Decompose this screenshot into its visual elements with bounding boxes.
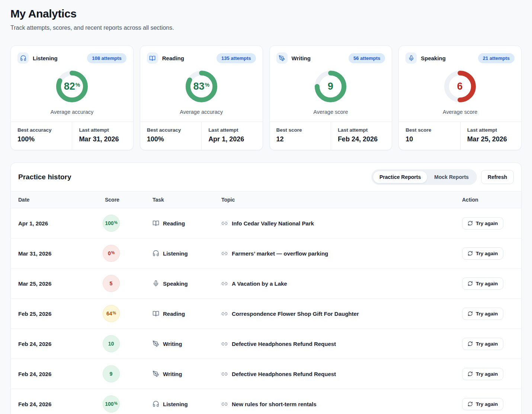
- practice-history-panel: Practice history Practice Reports Mock R…: [10, 163, 522, 414]
- row-topic-link[interactable]: A Vacation by a Lake: [221, 280, 462, 287]
- row-date: Feb 25, 2026: [18, 311, 105, 317]
- speaking-card: Speaking 21 attempts 6 Average score Bes…: [398, 45, 522, 150]
- score-badge: 100%: [103, 215, 120, 232]
- score-badge: 100%: [103, 395, 120, 413]
- refresh-button[interactable]: Refresh: [481, 170, 514, 184]
- link-icon: [221, 250, 228, 257]
- average-score-donut: 6: [442, 69, 478, 104]
- best-stat: Best score 12: [270, 122, 331, 150]
- donut-caption: Average score: [313, 109, 348, 115]
- table-row: Apr 1, 2026 100% Reading Info Cedar Vall…: [11, 208, 521, 238]
- link-icon: [221, 220, 228, 227]
- row-topic-link[interactable]: Farmers’ market — overflow parking: [221, 250, 462, 257]
- table-header: Date Score Task Topic Action: [11, 191, 521, 208]
- tab-mock-reports[interactable]: Mock Reports: [427, 171, 475, 183]
- table-row: Mar 25, 2026 5 Speaking A Vacation by a …: [11, 269, 521, 299]
- refresh-icon: [468, 401, 473, 407]
- try-again-button[interactable]: Try again: [462, 368, 503, 380]
- refresh-icon: [468, 251, 473, 256]
- score-badge: 9: [103, 365, 120, 382]
- link-icon: [221, 401, 228, 407]
- pen-icon: [276, 52, 288, 64]
- table-row: Feb 24, 2026 10 Writing Defective Headph…: [11, 329, 521, 359]
- score-badge: 0%: [103, 245, 120, 262]
- try-again-button[interactable]: Try again: [462, 398, 503, 410]
- row-topic-link[interactable]: Defective Headphones Refund Request: [221, 341, 462, 347]
- last-attempt-stat: Last attempt Apr 1, 2026: [201, 122, 262, 150]
- table-row: Feb 24, 2026 100% Listening New rules fo…: [11, 389, 521, 414]
- refresh-icon: [468, 311, 473, 316]
- try-again-button[interactable]: Try again: [462, 277, 503, 290]
- card-title: Speaking: [421, 55, 446, 61]
- last-attempt-stat: Last attempt Feb 24, 2026: [331, 122, 392, 150]
- donut-value: 9: [313, 69, 348, 104]
- report-tabs: Practice Reports Mock Reports: [371, 169, 477, 185]
- row-task: Listening: [153, 250, 221, 257]
- best-stat: Best accuracy 100%: [140, 122, 201, 150]
- col-action: Action: [462, 197, 514, 203]
- book-icon: [153, 310, 159, 317]
- card-title: Listening: [33, 55, 58, 61]
- link-icon: [221, 280, 228, 287]
- col-topic: Topic: [221, 197, 462, 203]
- writing-card: Writing 56 attempts 9 Average score Best…: [269, 45, 392, 150]
- tab-practice-reports[interactable]: Practice Reports: [373, 171, 427, 183]
- row-date: Apr 1, 2026: [18, 220, 105, 227]
- attempts-badge: 21 attempts: [478, 53, 515, 63]
- card-title: Reading: [162, 55, 184, 61]
- last-attempt-stat: Last attempt Mar 25, 2026: [460, 122, 521, 150]
- table-row: Feb 25, 2026 64% Reading Correspondence …: [11, 299, 521, 329]
- summary-cards: Listening 108 attempts 82% Average accur…: [10, 45, 522, 150]
- try-again-button[interactable]: Try again: [462, 308, 503, 320]
- page-title: My Analytics: [10, 7, 522, 20]
- headphones-icon: [153, 401, 159, 407]
- row-task: Writing: [153, 370, 221, 377]
- link-icon: [221, 311, 228, 317]
- row-task: Speaking: [153, 280, 221, 287]
- col-score: Score: [105, 197, 153, 203]
- try-again-button[interactable]: Try again: [462, 217, 503, 230]
- donut-caption: Average accuracy: [180, 109, 223, 115]
- listening-card: Listening 108 attempts 82% Average accur…: [10, 45, 134, 150]
- practice-history-title: Practice history: [18, 173, 71, 181]
- page-subtitle: Track attempts, scores, and recent repor…: [10, 25, 522, 31]
- refresh-icon: [468, 341, 473, 346]
- row-task: Listening: [153, 401, 221, 407]
- row-date: Mar 31, 2026: [18, 250, 105, 257]
- row-topic-link[interactable]: New rules for short-term rentals: [221, 401, 462, 407]
- row-topic-link[interactable]: Defective Headphones Refund Request: [221, 371, 462, 377]
- book-icon: [147, 52, 158, 64]
- attempts-badge: 108 attempts: [87, 53, 126, 63]
- row-date: Feb 24, 2026: [18, 401, 105, 407]
- analytics-page: My Analytics Track attempts, scores, and…: [0, 0, 532, 414]
- donut-caption: Average accuracy: [50, 109, 93, 115]
- average-score-donut: 9: [313, 69, 348, 104]
- score-badge: 5: [103, 275, 120, 292]
- best-stat: Best accuracy 100%: [11, 122, 72, 150]
- donut-value: 82%: [54, 69, 90, 104]
- row-date: Mar 25, 2026: [18, 280, 105, 287]
- try-again-button[interactable]: Try again: [462, 247, 503, 260]
- pen-icon: [153, 340, 159, 347]
- row-date: Feb 24, 2026: [18, 371, 105, 377]
- average-accuracy-donut: 82%: [54, 69, 90, 104]
- last-attempt-stat: Last attempt Mar 31, 2026: [72, 122, 133, 150]
- mic-icon: [153, 280, 159, 287]
- attempts-badge: 135 attempts: [217, 53, 256, 63]
- table-row: Mar 31, 2026 0% Listening Farmers’ marke…: [11, 238, 521, 269]
- headphones-icon: [17, 52, 29, 64]
- donut-value: 83%: [184, 69, 219, 104]
- best-stat: Best score 10: [399, 122, 460, 150]
- try-again-button[interactable]: Try again: [462, 338, 503, 350]
- score-badge: 64%: [103, 305, 120, 322]
- donut-value: 6: [442, 69, 478, 104]
- row-topic-link[interactable]: Correspondence Flower Shop Gift For Daug…: [221, 311, 462, 317]
- attempts-badge: 56 attempts: [349, 53, 385, 63]
- donut-caption: Average score: [443, 109, 477, 115]
- book-icon: [153, 220, 159, 227]
- col-task: Task: [153, 197, 221, 203]
- refresh-icon: [468, 221, 473, 226]
- row-topic-link[interactable]: Info Cedar Valley National Park: [221, 220, 462, 227]
- row-date: Feb 24, 2026: [18, 341, 105, 347]
- link-icon: [221, 341, 228, 347]
